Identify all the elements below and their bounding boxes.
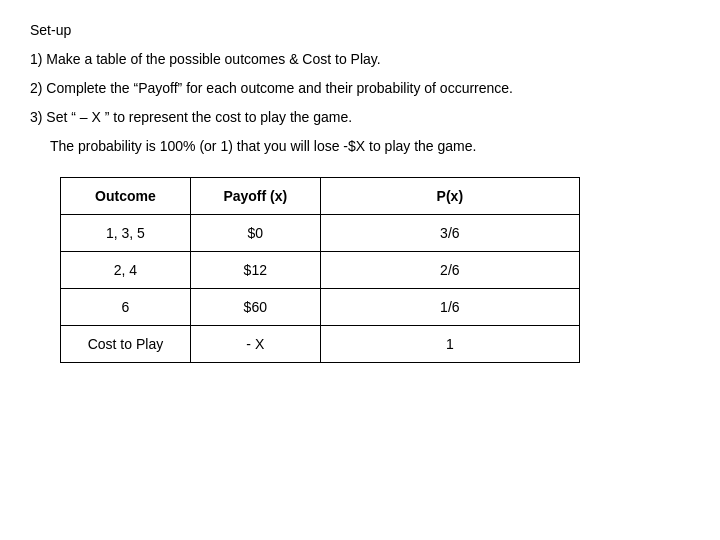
cell-payoff-1: $12: [190, 252, 320, 289]
table-header-row: Outcome Payoff (x) P(x): [61, 178, 580, 215]
cell-payoff-2: $60: [190, 289, 320, 326]
setup-title: Set-up: [30, 20, 690, 41]
table-row: 1, 3, 5$03/6: [61, 215, 580, 252]
cell-px-2: 1/6: [320, 289, 579, 326]
table-row: 2, 4$122/6: [61, 252, 580, 289]
cell-px-3: 1: [320, 326, 579, 363]
instructions-block: Set-up 1) Make a table of the possible o…: [30, 20, 690, 157]
table-row: Cost to Play- X1: [61, 326, 580, 363]
cell-outcome-2: 6: [61, 289, 191, 326]
table-row: 6$601/6: [61, 289, 580, 326]
table-container: Outcome Payoff (x) P(x) 1, 3, 5$03/62, 4…: [60, 177, 690, 363]
outcomes-table: Outcome Payoff (x) P(x) 1, 3, 5$03/62, 4…: [60, 177, 580, 363]
header-px: P(x): [320, 178, 579, 215]
cell-outcome-1: 2, 4: [61, 252, 191, 289]
cell-payoff-0: $0: [190, 215, 320, 252]
instruction-2: 2) Complete the “Payoff” for each outcom…: [30, 78, 690, 99]
cell-px-0: 3/6: [320, 215, 579, 252]
instruction-1: 1) Make a table of the possible outcomes…: [30, 49, 690, 70]
cell-outcome-0: 1, 3, 5: [61, 215, 191, 252]
cell-px-1: 2/6: [320, 252, 579, 289]
instruction-3b: The probability is 100% (or 1) that you …: [50, 136, 690, 157]
header-outcome: Outcome: [61, 178, 191, 215]
cell-payoff-3: - X: [190, 326, 320, 363]
header-payoff: Payoff (x): [190, 178, 320, 215]
instruction-3a: 3) Set “ – X ” to represent the cost to …: [30, 107, 690, 128]
cell-outcome-3: Cost to Play: [61, 326, 191, 363]
